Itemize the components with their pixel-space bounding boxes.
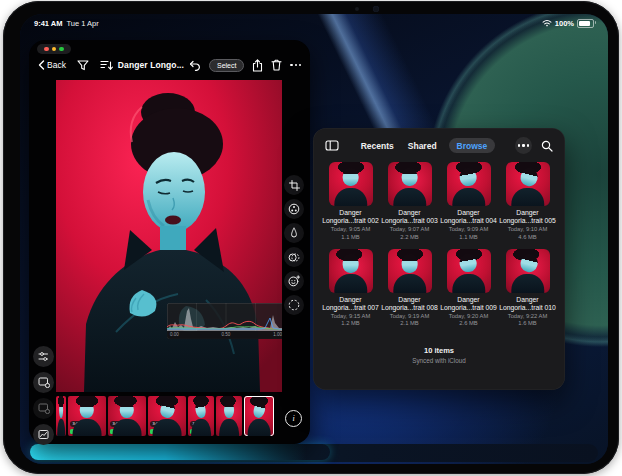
sort-button[interactable] — [100, 60, 113, 71]
sidebar-toggle-icon[interactable] — [325, 140, 339, 151]
right-tool-column — [284, 175, 304, 315]
browser-more-button[interactable] — [515, 137, 532, 154]
file-thumbnail[interactable] — [388, 249, 432, 293]
filmstrip-thumbnail[interactable] — [216, 396, 242, 436]
chevron-left-icon — [38, 60, 45, 70]
item-count: 10 items — [313, 346, 565, 355]
histogram-tick: 0.00 — [170, 333, 179, 338]
browser-tabs: Recents Shared Browse — [348, 138, 506, 153]
back-button[interactable]: Back — [38, 60, 66, 70]
repair-brush-tool-button[interactable] — [284, 223, 304, 243]
file-size: 2.1 MB — [400, 320, 418, 328]
filmstrip-thumbnail[interactable]: 3:4 — [188, 396, 214, 436]
file-item[interactable]: DangerLongoria...trait 008 Today, 9:19 A… — [380, 249, 439, 329]
filmstrip-thumbnail[interactable]: 3:4 — [148, 396, 186, 436]
filmstrip-thumbnail[interactable]: 3:4 — [68, 396, 106, 436]
edited-badge-icon — [110, 429, 116, 435]
thumbnail-badges: 3:4 — [70, 421, 81, 434]
retouch-face-tool-button[interactable] — [284, 271, 304, 291]
histogram-tick: 1.00 — [273, 333, 282, 338]
file-thumbnail[interactable] — [447, 249, 491, 293]
share-icon[interactable] — [252, 59, 263, 72]
thumbnail-badges: 3:4 — [150, 421, 161, 434]
file-thumbnail[interactable] — [329, 162, 373, 206]
file-item[interactable]: DangerLongoria...trait 005 Today, 9:10 A… — [498, 162, 557, 242]
file-name: DangerLongoria...trait 003 — [381, 209, 438, 226]
thumbnail-badges: 3:4 — [110, 421, 121, 434]
color-adjust-tool-button[interactable] — [284, 199, 304, 219]
file-size: 1.1 MB — [341, 234, 359, 242]
file-size: 4.6 MB — [518, 234, 536, 242]
file-grid: DangerLongoria...trait 002 Today, 9:05 A… — [313, 158, 565, 335]
file-thumbnail[interactable] — [506, 162, 550, 206]
file-name: DangerLongoria...trait 007 — [322, 296, 379, 313]
edited-badge-icon — [70, 429, 76, 435]
left-tool-column — [33, 346, 54, 445]
file-date: Today, 9:10 AM — [508, 226, 548, 234]
file-name: DangerLongoria...trait 004 — [440, 209, 497, 226]
wifi-icon — [542, 19, 552, 27]
search-button[interactable] — [541, 140, 553, 152]
file-size: 2.2 MB — [400, 234, 418, 242]
back-label: Back — [47, 60, 66, 70]
crop-tool-button[interactable] — [284, 175, 304, 195]
zoom-window-dot[interactable] — [59, 47, 64, 52]
info-button[interactable]: i — [285, 410, 302, 427]
histogram-panel: 0.00 0.50 1.00 — [167, 303, 282, 339]
file-item[interactable]: DangerLongoria...trait 009 Today, 9:20 A… — [439, 249, 498, 329]
wallpaper-cyan-arc — [30, 444, 330, 460]
tab-shared[interactable]: Shared — [406, 138, 439, 153]
select-button[interactable]: Select — [209, 59, 244, 72]
filmstrip[interactable]: 3:4 3:4 3:4 — [56, 396, 282, 436]
file-item[interactable]: DangerLongoria...trait 003 Today, 9:07 A… — [380, 162, 439, 242]
select-subject-tool-button[interactable] — [284, 295, 304, 315]
image-info-button[interactable] — [33, 424, 54, 445]
file-thumbnail[interactable] — [329, 249, 373, 293]
photo-canvas[interactable]: 0.00 0.50 1.00 — [56, 80, 282, 392]
close-window-dot[interactable] — [44, 47, 49, 52]
minimize-window-dot[interactable] — [52, 47, 57, 52]
file-date: Today, 9:22 AM — [508, 313, 548, 321]
file-name: DangerLongoria...trait 008 — [381, 296, 438, 313]
file-item[interactable]: DangerLongoria...trait 004 Today, 9:09 A… — [439, 162, 498, 242]
thumbnail-badges: 3:4 — [190, 421, 201, 434]
editor-toolbar: Back Danger Longo... Select — [29, 53, 310, 77]
export-image-button[interactable] — [33, 372, 54, 393]
histogram-chart — [167, 303, 282, 331]
filmstrip-thumbnail[interactable]: 3:4 — [108, 396, 146, 436]
filmstrip-thumbnail-selected[interactable] — [244, 396, 274, 436]
photo-editor-window: Back Danger Longo... Select — [29, 40, 310, 444]
tab-recents[interactable]: Recents — [359, 138, 396, 153]
file-size: 1.2 MB — [341, 320, 359, 328]
aspect-ratio-badge: 3:4 — [110, 421, 121, 427]
ml-adjust-button[interactable] — [33, 346, 54, 367]
more-options-icon[interactable] — [290, 64, 301, 66]
file-name: DangerLongoria...trait 002 — [322, 209, 379, 226]
file-item[interactable]: DangerLongoria...trait 007 Today, 9:15 A… — [321, 249, 380, 329]
file-name: DangerLongoria...trait 005 — [499, 209, 556, 226]
file-thumbnail[interactable] — [447, 162, 491, 206]
filmstrip-thumbnail[interactable] — [56, 396, 66, 436]
file-item[interactable]: DangerLongoria...trait 010 Today, 9:22 A… — [498, 249, 557, 329]
document-title[interactable]: Danger Longo... — [113, 60, 189, 70]
file-thumbnail[interactable] — [388, 162, 432, 206]
trash-icon[interactable] — [271, 59, 282, 71]
batch-edit-button[interactable] — [33, 398, 54, 419]
file-size: 1.1 MB — [459, 234, 477, 242]
clone-tool-button[interactable] — [284, 247, 304, 267]
screen: 9:41 AM Tue 1 Apr 100% — [20, 14, 608, 464]
file-item[interactable]: DangerLongoria...trait 002 Today, 9:05 A… — [321, 162, 380, 242]
aspect-ratio-badge: 3:4 — [70, 421, 81, 427]
file-thumbnail[interactable] — [506, 249, 550, 293]
edited-badge-icon — [190, 429, 196, 435]
file-date: Today, 9:05 AM — [331, 226, 371, 234]
histogram-ticks: 0.00 0.50 1.00 — [167, 331, 282, 339]
portrait-image — [56, 80, 282, 392]
front-camera — [373, 6, 379, 12]
filter-button[interactable] — [77, 60, 89, 71]
file-date: Today, 9:19 AM — [390, 313, 430, 321]
undo-button[interactable] — [189, 60, 201, 71]
tab-browse[interactable]: Browse — [449, 138, 496, 153]
browser-header: Recents Shared Browse — [313, 128, 565, 158]
sync-status: Synced with iCloud — [313, 357, 565, 364]
